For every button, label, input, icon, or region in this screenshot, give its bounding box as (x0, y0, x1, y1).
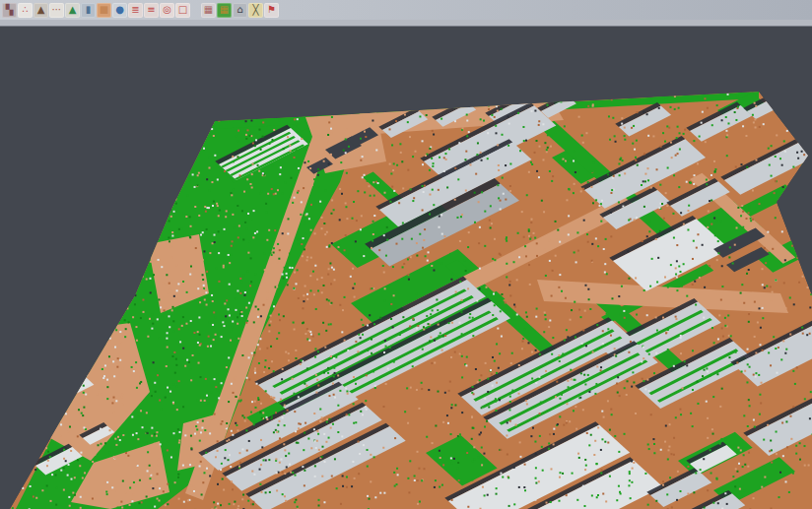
ground-points-icon[interactable]: ⋯ (49, 3, 64, 18)
align-points-icon[interactable]: ∴ (18, 3, 33, 18)
main-toolbar: ▚∴▲⋯▲▮■●≣≡◎□▦▦⌂╳⚑ (0, 0, 812, 20)
3d-viewport[interactable] (0, 27, 812, 509)
toolbar-divider (0, 20, 812, 27)
profile-bar-icon[interactable]: ▮ (81, 3, 96, 18)
model-house-icon[interactable]: ⌂ (233, 3, 247, 18)
point-cloud-icon[interactable]: ▚ (2, 3, 17, 18)
delete-x-icon[interactable]: ╳ (248, 3, 263, 18)
mesh-grid-icon[interactable]: ▦ (201, 3, 216, 18)
globe-icon[interactable]: ● (112, 3, 127, 18)
terrain-mound-icon[interactable]: ▲ (34, 3, 48, 18)
application-window: ▚∴▲⋯▲▮■●≣≡◎□▦▦⌂╳⚑ (0, 0, 812, 509)
classification-map-icon[interactable]: ▦ (217, 3, 232, 18)
layer-stack-icon[interactable]: ≣ (128, 3, 143, 18)
target-ring-icon[interactable]: ◎ (160, 3, 174, 18)
flag-icon[interactable]: ⚑ (264, 3, 279, 18)
layer-rows-icon[interactable]: ≡ (144, 3, 159, 18)
ortho-tile-icon[interactable]: ■ (97, 3, 111, 18)
selection-frame-icon[interactable]: □ (175, 3, 190, 18)
green-hill-icon[interactable]: ▲ (65, 3, 80, 18)
